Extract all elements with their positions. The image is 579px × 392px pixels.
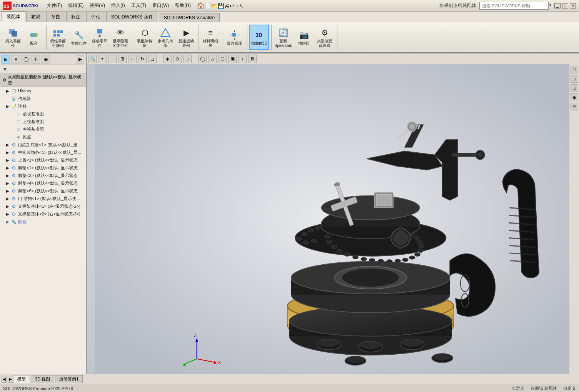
tree-item-front-plane[interactable]: □ 前视基准面: [0, 110, 86, 118]
camera-button[interactable]: ↕: [238, 55, 247, 63]
display-manager-vp-button[interactable]: 🖥: [248, 55, 257, 63]
solidworks-logo: DS SOLIDWORKS: [3, 2, 38, 10]
new-motion-button[interactable]: ▶ 新建运动算例: [176, 25, 196, 50]
menu-tools[interactable]: 工具(T): [128, 1, 149, 10]
dim-expert-icon[interactable]: ✛: [32, 55, 40, 63]
large-assembly-button[interactable]: ⚙ 大型装配体设置: [315, 25, 335, 50]
display-manager-icon[interactable]: ◉: [42, 55, 50, 63]
lights-button[interactable]: ▣: [228, 55, 237, 63]
tree-item-support2[interactable]: ▶ ⚙ 支撑架基体<2> (右<显示状态-3>): [0, 210, 86, 218]
viewport-canvas[interactable]: Z X □ □ □ ◉ ☰: [87, 64, 579, 374]
tab-motion1[interactable]: 运动算例1: [55, 375, 83, 383]
svg-point-46: [402, 339, 423, 347]
close-button[interactable]: ✕: [570, 3, 576, 8]
zoom-out-button[interactable]: -: [108, 55, 117, 63]
tree-item-support1[interactable]: ▶ ⚙ 支撑架基体<1> (左<显示状态-2>): [0, 202, 86, 210]
tree-item-pad2[interactable]: ▶ ⚙ 脚垫<2> (默认<<默认_显示状态: [0, 172, 86, 179]
menu-help[interactable]: 帮助(H): [172, 1, 194, 10]
tree-item-pad1[interactable]: ▶ ⚙ 脚垫<1> (默认<<默认_显示状态: [0, 164, 86, 172]
property-manager-icon[interactable]: ≡: [12, 55, 20, 63]
rotate-button[interactable]: ↻: [138, 55, 147, 63]
tree-item-origin[interactable]: ⊕ 原点: [0, 133, 86, 141]
section-view-button[interactable]: ◯: [198, 55, 207, 63]
tab-model[interactable]: 模型: [13, 375, 30, 383]
zoom-to-fit-button[interactable]: 🔍: [88, 55, 97, 63]
search-input[interactable]: [479, 2, 549, 10]
tab-layout[interactable]: 布局: [26, 12, 45, 22]
maximize-button[interactable]: □: [562, 3, 568, 8]
undo-icon[interactable]: ↩: [230, 3, 234, 9]
update-speedpak-button[interactable]: 🔄 更新Speedpak: [273, 25, 293, 50]
pad6-label: 脚垫<6> (默认<<默认_显示状态: [18, 188, 78, 194]
tree-item-mates[interactable]: ▶ 🔩 配合: [0, 218, 86, 225]
home-icon[interactable]: 🏠: [197, 2, 205, 9]
zoom-in-button[interactable]: +: [98, 55, 107, 63]
tab-3dview[interactable]: 3D 视图: [31, 375, 54, 383]
view-option2-button[interactable]: □: [571, 75, 578, 83]
cursor-icon[interactable]: ↖: [239, 3, 244, 9]
tree-item-pad4[interactable]: ▶ ⚙ 脚垫<4> (默认<<默认_显示状态: [0, 179, 86, 187]
assembly-feature-button[interactable]: ⬡ 装配体特征: [135, 25, 155, 50]
tree-item-top-cover[interactable]: ▶ ⚙ 上盖<1> (默认<<默认_显示状态: [0, 156, 86, 164]
view-cube-button[interactable]: □: [571, 66, 578, 73]
display-style-button[interactable]: ◈: [163, 55, 172, 63]
tree-item-structure[interactable]: ▶ ⚙ (-) 结构<1> (默认<默认_显示状态-...: [0, 195, 86, 202]
menu-edit[interactable]: 编辑(E): [65, 1, 87, 10]
new-icon[interactable]: 📄: [205, 3, 211, 9]
scroll-right-arrow[interactable]: ▶: [8, 376, 13, 383]
open-icon[interactable]: 📂: [211, 3, 218, 9]
linear-array-button[interactable]: 线性零部件阵列: [48, 25, 68, 50]
tree-view-icon[interactable]: ⊞: [2, 55, 10, 63]
edit-appearance-button[interactable]: □: [183, 55, 192, 63]
tree-item-sensors[interactable]: 📡 传感器: [0, 95, 86, 102]
ref-geometry-label: 参考几何体: [157, 39, 174, 48]
svg-point-91: [326, 240, 332, 244]
instant3d-button[interactable]: 3D Instant3D: [249, 25, 269, 50]
tree-item-middle-deco[interactable]: ▶ ⚙ 中间装饰条<1> (默认<<默认_显...: [0, 148, 86, 156]
scene-button[interactable]: ⬡: [218, 55, 227, 63]
zoom-box-button[interactable]: ⊞: [118, 55, 127, 63]
config-manager-icon[interactable]: ◯: [22, 55, 30, 63]
tree-item-pad6[interactable]: ▶ ⚙ 脚垫<6> (默认<<默认_显示状态: [0, 187, 86, 195]
mate-button[interactable]: 配合: [24, 25, 44, 50]
print-icon[interactable]: 🖨: [224, 3, 230, 9]
tab-plugins[interactable]: SOLIDWORKS 插件: [106, 12, 158, 22]
tree-item-history[interactable]: ▶ 📋 History: [0, 87, 86, 95]
redo-icon[interactable]: ↪: [234, 3, 239, 9]
update-speedpak-icon: 🔄: [277, 27, 289, 39]
standard-views-button[interactable]: ◻: [148, 55, 157, 63]
explode-view-button[interactable]: 爆炸视图: [225, 25, 245, 50]
view-orientation-button[interactable]: △: [208, 55, 217, 63]
tab-visualize[interactable]: SOLIDWORKS Visualize: [159, 13, 220, 22]
tree-item-annotations[interactable]: ▶ 📝 注解: [0, 102, 86, 110]
move-component-button[interactable]: 移动零部件: [90, 25, 110, 50]
view-option4-button[interactable]: ◉: [571, 93, 578, 101]
smart-fasteners-button[interactable]: 🔧 智能扣件: [69, 25, 89, 50]
bom-button[interactable]: ≡ 材料明细表: [200, 25, 220, 50]
hide-show-button[interactable]: ⊙: [173, 55, 182, 63]
minimize-button[interactable]: _: [554, 3, 561, 8]
pan-button[interactable]: ↔: [128, 55, 137, 63]
tab-evaluate[interactable]: 评估: [86, 12, 105, 22]
tree-item-top-plane[interactable]: □ 上视基准面: [0, 118, 86, 125]
view-option5-button[interactable]: ☰: [571, 103, 578, 110]
scroll-left-arrow[interactable]: ◀: [2, 376, 7, 383]
tab-markup[interactable]: 标注: [66, 12, 85, 22]
scroll-arrows: ◀ ▶: [2, 376, 13, 383]
feature-tree-panel: ⊞ ≡ ◯ ✛ ◉ ▶ ▼ ⚙ 水果削皮机装配体 (默认<<默认_显示状态 ▶ …: [0, 53, 87, 374]
menu-file[interactable]: 文件(F): [44, 1, 65, 10]
tree-item-base[interactable]: ▶ ⚙ (固定) 底座<1> (默认<<默认_显示...: [0, 141, 86, 148]
tab-sketch[interactable]: 草图: [46, 12, 65, 22]
save-icon[interactable]: 💾: [218, 3, 224, 9]
menu-view[interactable]: 视图(V): [87, 1, 108, 10]
tab-assembly[interactable]: 装配体: [2, 12, 25, 22]
menu-insert[interactable]: 插入(I): [108, 1, 128, 10]
view-option3-button[interactable]: □: [571, 84, 578, 92]
snapshot-button[interactable]: 📷 拍快照: [294, 25, 314, 50]
expand-panel-icon[interactable]: ▶: [76, 55, 84, 63]
ref-geometry-button[interactable]: 参考几何体: [155, 25, 175, 50]
tree-item-right-plane[interactable]: □ 右视基准面: [0, 125, 86, 133]
menu-window[interactable]: 窗口(W): [149, 1, 172, 10]
insert-component-button[interactable]: + 插入零部件: [3, 25, 23, 50]
show-hide-button[interactable]: 👁 显示隐藏的零部件: [110, 25, 130, 50]
